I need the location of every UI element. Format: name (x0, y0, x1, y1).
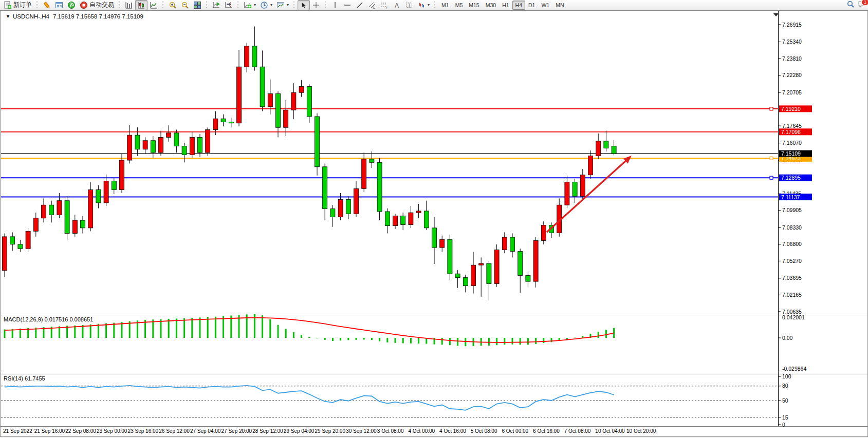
timeframe-button-h4[interactable]: H4 (512, 1, 525, 10)
chart-window: 7.269157.253407.238107.222807.207057.191… (0, 10, 868, 437)
zoom-out-button[interactable] (179, 0, 191, 10)
date-label: 29 Sep 04:00 (284, 428, 315, 434)
level-price-tag-label: 7.15109 (781, 150, 801, 157)
bear-candle (182, 146, 187, 155)
timeframe-button-m30[interactable]: M30 (483, 1, 499, 10)
timeframe-button-d1[interactable]: D1 (525, 1, 538, 10)
bear-candle (135, 135, 140, 149)
y-tick-label: 7.06800 (782, 241, 802, 247)
bull-candle (440, 239, 445, 247)
bear-candle (370, 159, 374, 162)
y-tick-label: 7.22280 (782, 72, 802, 78)
bull-candle (291, 92, 296, 110)
crayon-button[interactable] (41, 0, 53, 10)
timeframe-button-m1[interactable]: M1 (438, 1, 452, 10)
rsi-label: RSI(14) 61.7455 (4, 375, 45, 382)
line-handle[interactable] (770, 176, 773, 179)
date-label: 23 Sep 16:00 (128, 428, 159, 434)
new-order-icon (4, 1, 12, 9)
bear-candle (49, 205, 54, 215)
chart-shift-button[interactable] (223, 0, 235, 10)
bull-candle (245, 46, 249, 67)
crosshair-icon (312, 1, 320, 9)
level-price-tag-label: 7.12895 (781, 175, 801, 181)
bull-candle (393, 216, 398, 226)
date-label: 22 Sep 08:00 (65, 428, 96, 434)
bull-candle (237, 67, 242, 123)
level-price-tag-label: 7.11137 (781, 194, 800, 200)
chart-collapse-arrow[interactable]: ▼ (6, 14, 10, 19)
fibonacci-button[interactable]: F (378, 0, 391, 10)
timeframe-button-mn[interactable]: MN (552, 1, 567, 10)
periods-button[interactable]: ▾ (258, 0, 274, 10)
tile-windows-button[interactable] (191, 0, 204, 10)
macd-max-label: 0.042001 (782, 314, 805, 320)
date-label: 21 Sep 16:00 (34, 428, 65, 434)
horizontal-line-button[interactable] (341, 0, 354, 10)
zoom-in-button[interactable] (167, 0, 179, 10)
chevron-down-icon[interactable]: ▾ (428, 3, 430, 7)
bull-candle (57, 201, 62, 215)
timeframe-button-m5[interactable]: M5 (452, 1, 466, 10)
price-chart[interactable]: 7.269157.253407.238107.222807.207057.191… (1, 11, 867, 436)
notification-badge: 1 (861, 0, 868, 6)
toolbar-separator (118, 1, 121, 9)
line-handle[interactable] (770, 107, 773, 110)
candlestick-icon (137, 1, 145, 9)
bear-candle (377, 162, 382, 212)
crosshair-button[interactable] (310, 0, 322, 10)
date-label: 6 Oct 00:00 (502, 428, 528, 434)
line-chart-button[interactable] (147, 0, 160, 10)
bear-candle (572, 182, 577, 197)
bear-candle (307, 86, 311, 116)
bull-candle (143, 141, 147, 149)
bull-candle (580, 175, 585, 196)
auto-scroll-button[interactable] (210, 0, 223, 10)
chevron-down-icon[interactable]: ▾ (254, 3, 256, 7)
autotrade-button[interactable]: 自动交易 (78, 0, 116, 10)
vertical-line-button[interactable] (329, 0, 341, 10)
bear-candle (518, 252, 523, 276)
trend-line-button[interactable] (354, 0, 366, 10)
indicators-button[interactable]: ▾ (242, 0, 258, 10)
bull-candle (362, 159, 366, 188)
candlestick-button[interactable] (135, 0, 147, 10)
bull-candle (502, 237, 507, 250)
chevron-down-icon[interactable]: ▾ (287, 3, 289, 7)
date-label: 27 Sep 20:00 (221, 428, 252, 434)
channel-button[interactable]: E (366, 0, 378, 10)
date-label: 28 Sep 12:00 (252, 428, 283, 434)
date-label: 21 Sep 2022 (3, 428, 32, 434)
bear-candle (510, 237, 515, 252)
text-icon: A (393, 1, 401, 9)
bull-candle (104, 181, 108, 203)
search-icon[interactable] (846, 0, 855, 10)
y-tick-label: 7.23810 (782, 55, 802, 62)
bull-candle (479, 263, 484, 265)
level-price-tag-label: 7.17096 (781, 129, 801, 135)
text-label-button[interactable]: T (403, 0, 415, 10)
text-button[interactable]: A (391, 0, 403, 10)
bull-candle (338, 200, 343, 217)
timeframe-button-w1[interactable]: W1 (538, 1, 552, 10)
bull-candle (268, 93, 272, 107)
autotrade-label: 自动交易 (89, 1, 114, 9)
cursor-button[interactable] (298, 0, 310, 10)
bull-candle (596, 141, 601, 156)
chevron-down-icon[interactable]: ▾ (270, 3, 272, 7)
arrows-button[interactable]: ▾ (415, 0, 432, 10)
signals-button[interactable] (65, 0, 78, 10)
new-order-button[interactable]: 新订单 (2, 0, 34, 10)
terminal-button[interactable] (53, 0, 65, 10)
templates-button[interactable]: ▾ (274, 0, 291, 10)
bar-chart-button[interactable] (123, 0, 135, 10)
timeframe-button-h1[interactable]: H1 (499, 1, 512, 10)
y-tick-label: 7.00635 (782, 309, 802, 315)
line-handle[interactable] (770, 157, 773, 160)
y-tick-label: 7.16070 (782, 140, 802, 146)
new-order-label: 新订单 (13, 1, 32, 9)
date-label: 30 Sep 12:00 (346, 428, 377, 434)
timeframe-button-m15[interactable]: M15 (466, 1, 482, 10)
line-chart-icon (150, 1, 158, 9)
bear-candle (424, 211, 429, 228)
